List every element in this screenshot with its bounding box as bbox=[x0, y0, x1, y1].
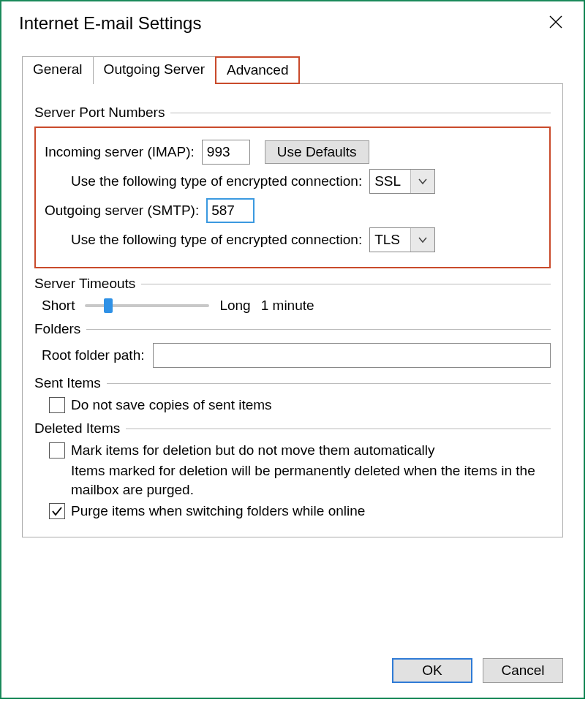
timeouts-title: Server Timeouts bbox=[34, 276, 141, 292]
outgoing-encryption-select[interactable]: TLS bbox=[369, 227, 435, 252]
dialog-footer: OK Cancel bbox=[392, 658, 563, 683]
chevron-down-icon bbox=[410, 228, 434, 252]
purge-label: Purge items when switching folders while… bbox=[71, 503, 365, 519]
outgoing-label: Outgoing server (SMTP): bbox=[45, 203, 199, 219]
timeout-long-label: Long bbox=[219, 298, 250, 314]
mark-deletion-checkbox[interactable] bbox=[49, 442, 65, 458]
tab-advanced[interactable]: Advanced bbox=[215, 56, 301, 84]
window-title: Internet E-mail Settings bbox=[19, 13, 201, 34]
incoming-port-input[interactable] bbox=[202, 140, 250, 165]
settings-dialog: Internet E-mail Settings General Outgoin… bbox=[0, 0, 585, 699]
timeout-slider[interactable] bbox=[85, 304, 209, 307]
cancel-button[interactable]: Cancel bbox=[483, 658, 563, 683]
no-save-sent-label: Do not save copies of sent items bbox=[71, 397, 272, 413]
close-icon bbox=[549, 15, 563, 29]
mark-deletion-label: Mark items for deletion but do not move … bbox=[71, 442, 434, 458]
deletion-desc: Items marked for deletion will be perman… bbox=[71, 461, 551, 499]
group-server-timeouts: Server Timeouts Short Long 1 minute bbox=[34, 276, 551, 314]
root-folder-label: Root folder path: bbox=[42, 347, 144, 363]
server-ports-title: Server Port Numbers bbox=[34, 105, 170, 121]
folders-title: Folders bbox=[34, 321, 86, 337]
deleted-items-title: Deleted Items bbox=[34, 420, 126, 437]
group-sent-items: Sent Items Do not save copies of sent it… bbox=[34, 375, 551, 413]
tab-outgoing-server[interactable]: Outgoing Server bbox=[93, 56, 216, 84]
outgoing-port-input[interactable] bbox=[206, 198, 255, 223]
timeout-value: 1 minute bbox=[261, 298, 314, 314]
group-deleted-items: Deleted Items Mark items for deletion bu… bbox=[34, 420, 551, 519]
check-icon bbox=[51, 505, 63, 517]
timeout-short-label: Short bbox=[42, 298, 75, 314]
sent-items-title: Sent Items bbox=[34, 375, 107, 391]
tab-bar: General Outgoing Server Advanced bbox=[22, 56, 563, 84]
titlebar: Internet E-mail Settings bbox=[1, 1, 584, 41]
slider-thumb[interactable] bbox=[104, 298, 113, 313]
incoming-encryption-select[interactable]: SSL bbox=[369, 169, 435, 194]
group-folders: Folders Root folder path: bbox=[34, 321, 551, 368]
close-button[interactable] bbox=[541, 10, 570, 37]
root-folder-input[interactable] bbox=[153, 343, 551, 368]
server-ports-highlight: Incoming server (IMAP): Use Defaults Use… bbox=[34, 127, 551, 268]
use-defaults-button[interactable]: Use Defaults bbox=[265, 140, 369, 164]
incoming-encryption-label: Use the following type of encrypted conn… bbox=[71, 173, 362, 189]
no-save-sent-checkbox[interactable] bbox=[49, 397, 65, 413]
outgoing-encryption-label: Use the following type of encrypted conn… bbox=[71, 232, 362, 248]
group-server-ports: Server Port Numbers Incoming server (IMA… bbox=[34, 105, 551, 268]
ok-button[interactable]: OK bbox=[392, 658, 472, 683]
tab-panel-advanced: Server Port Numbers Incoming server (IMA… bbox=[22, 84, 563, 537]
tab-general[interactable]: General bbox=[22, 56, 94, 84]
purge-checkbox[interactable] bbox=[49, 503, 65, 519]
incoming-label: Incoming server (IMAP): bbox=[45, 144, 195, 160]
chevron-down-icon bbox=[410, 170, 434, 193]
